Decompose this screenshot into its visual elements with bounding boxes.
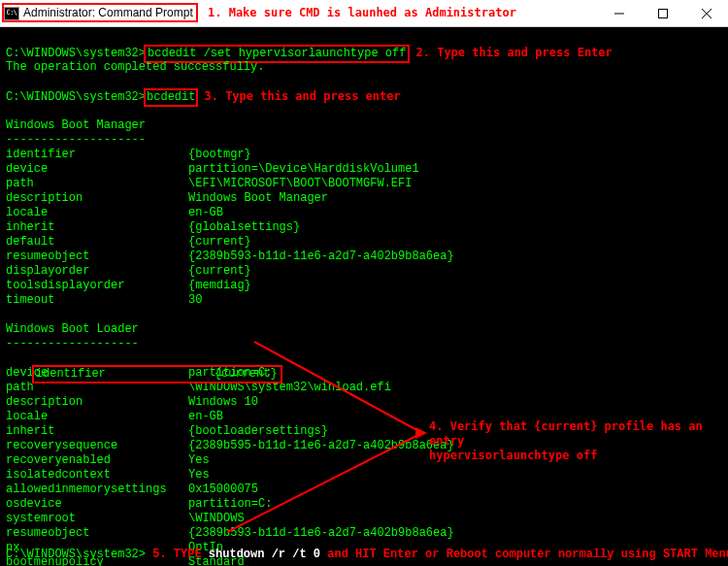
terminal-output[interactable]: C:\WINDOWS\system32>bcdedit /set hypervi… bbox=[0, 27, 728, 566]
section-underline: ------------------- bbox=[6, 337, 722, 351]
annotation-box-1 bbox=[2, 3, 198, 22]
kv-key: description bbox=[6, 191, 188, 206]
prompt-text: C:\WINDOWS\system32> bbox=[6, 90, 146, 104]
kv-value: {current} bbox=[215, 367, 278, 382]
annotation-text-4: 4. Verify that {current} profile has an … bbox=[429, 419, 728, 463]
command-line-1: C:\WINDOWS\system32>bcdedit /set hypervi… bbox=[6, 46, 722, 60]
kv-row: path\EFI\MICROSOFT\BOOT\BOOTMGFW.EFI bbox=[6, 177, 722, 191]
kv-key: locale bbox=[6, 410, 188, 424]
kv-key: systemroot bbox=[6, 512, 188, 526]
annotation-5-cmd: shutdown /r /t 0 bbox=[209, 548, 320, 561]
kv-value: {current} bbox=[188, 264, 251, 279]
kv-key: osdevice bbox=[6, 497, 188, 512]
kv-value: {2389b595-b11d-11e6-a2d7-a402b9b8a6ea} bbox=[188, 439, 454, 453]
cmd1-text: bcdedit /set hypervisorlaunchtype off bbox=[148, 47, 406, 60]
kv-value: partition=C: bbox=[188, 497, 272, 512]
kv-value: {bootmgr} bbox=[188, 148, 251, 162]
kv-row: resumeobject{2389b593-b11d-11e6-a2d7-a40… bbox=[6, 250, 722, 264]
kv-row: identifier{bootmgr} bbox=[6, 148, 722, 162]
kv-value: {memdiag} bbox=[188, 279, 251, 293]
blank-line bbox=[6, 31, 722, 46]
kv-value: \WINDOWS bbox=[188, 512, 245, 526]
kv-row: toolsdisplayorder{memdiag} bbox=[6, 279, 722, 293]
kv-row: isolatedcontextYes bbox=[6, 468, 722, 483]
kv-value: partition=\Device\HarddiskVolume1 bbox=[188, 162, 419, 177]
kv-row-boxed: identifier{current} bbox=[6, 351, 722, 366]
kv-value: {current} bbox=[188, 235, 251, 250]
blank-line bbox=[6, 75, 722, 89]
annotation-text-2: 2. Type this and press Enter bbox=[415, 46, 612, 59]
kv-row: osdevicepartition=C: bbox=[6, 497, 722, 512]
kv-key: recoverysequence bbox=[6, 439, 188, 453]
blank-line bbox=[6, 308, 722, 322]
annotation-4-line1: 4. Verify that {current} profile has an … bbox=[429, 419, 728, 449]
kv-row: allowedinmemorysettings0x15000075 bbox=[6, 483, 722, 497]
kv-key: inherit bbox=[6, 424, 188, 439]
kv-value: Windows Boot Manager bbox=[188, 191, 328, 206]
kv-key: isolatedcontext bbox=[6, 468, 188, 483]
kv-key: resumeobject bbox=[6, 526, 188, 541]
section-header-loader: Windows Boot Loader bbox=[6, 322, 722, 337]
kv-row: descriptionWindows Boot Manager bbox=[6, 191, 722, 206]
kv-value: 30 bbox=[188, 293, 202, 308]
kv-row: displayorder{current} bbox=[6, 264, 722, 279]
kv-key: toolsdisplayorder bbox=[6, 279, 188, 293]
kv-key: description bbox=[6, 395, 188, 410]
kv-row: inherit{globalsettings} bbox=[6, 220, 722, 235]
kv-row: descriptionWindows 10 bbox=[6, 395, 722, 410]
blank-line bbox=[6, 104, 722, 118]
window-titlebar: Administrator: Command Prompt 1. Make su… bbox=[0, 0, 728, 27]
annotation-text-3: 3. Type this and press enter bbox=[204, 89, 400, 103]
kv-value: en-GB bbox=[188, 206, 223, 220]
annotation-box-3: bcdedit bbox=[144, 88, 198, 107]
kv-key: default bbox=[6, 235, 188, 250]
close-button[interactable] bbox=[684, 0, 728, 26]
maximize-button[interactable] bbox=[641, 0, 684, 26]
section-header-bootmgr: Windows Boot Manager bbox=[6, 118, 722, 133]
annotation-5-pre: 5. TYPE bbox=[152, 548, 209, 561]
kv-key: identifier bbox=[36, 367, 215, 382]
section-underline: -------------------- bbox=[6, 133, 722, 148]
kv-key: path bbox=[6, 177, 188, 191]
kv-row: default{current} bbox=[6, 235, 722, 250]
window-controls bbox=[597, 0, 728, 26]
kv-value: {2389b593-b11d-11e6-a2d7-a402b9b8a6ea} bbox=[188, 526, 454, 541]
annotation-text-1: 1. Make sure CMD is launhed as Administr… bbox=[208, 6, 516, 20]
kv-value: Windows 10 bbox=[188, 395, 258, 410]
command-line-2: C:\WINDOWS\system32>bcdedit3. Type this … bbox=[6, 89, 722, 104]
annotation-5-post: and HIT Enter or Reboot computer normall… bbox=[320, 548, 728, 561]
kv-value: {2389b593-b11d-11e6-a2d7-a402b9b8a6ea} bbox=[188, 250, 454, 264]
kv-value: 0x15000075 bbox=[188, 483, 258, 497]
kv-key: resumeobject bbox=[6, 250, 188, 264]
kv-value: {globalsettings} bbox=[188, 220, 300, 235]
kv-key: locale bbox=[6, 206, 188, 220]
kv-key: device bbox=[6, 162, 188, 177]
cmd2-text: bcdedit bbox=[147, 90, 195, 104]
kv-key: timeout bbox=[6, 293, 188, 308]
kv-value: {bootloadersettings} bbox=[188, 424, 328, 439]
kv-value: \EFI\MICROSOFT\BOOT\BOOTMGFW.EFI bbox=[188, 177, 412, 191]
kv-key: inherit bbox=[6, 220, 188, 235]
kv-row: resumeobject{2389b593-b11d-11e6-a2d7-a40… bbox=[6, 526, 722, 541]
minimize-button[interactable] bbox=[597, 0, 641, 26]
prompt-text: C:\WINDOWS\system32> bbox=[6, 47, 146, 60]
kv-value: Yes bbox=[188, 453, 210, 468]
command-line-3: C:\WINDOWS\system32> 5. TYPE shutdown /r… bbox=[6, 548, 728, 562]
kv-key: recoveryenabled bbox=[6, 453, 188, 468]
prompt-text: C:\WINDOWS\system32> bbox=[6, 548, 146, 561]
kv-key: displayorder bbox=[6, 264, 188, 279]
annotation-box-4a: identifier{current} bbox=[32, 365, 282, 383]
kv-value: Yes bbox=[188, 468, 210, 483]
kv-row: systemroot\WINDOWS bbox=[6, 512, 722, 526]
kv-row: devicepartition=\Device\HarddiskVolume1 bbox=[6, 162, 722, 177]
kv-value: en-GB bbox=[188, 410, 223, 424]
svg-rect-1 bbox=[658, 9, 667, 17]
kv-key: identifier bbox=[6, 148, 188, 162]
kv-row: localeen-GB bbox=[6, 206, 722, 220]
annotation-4-line2: hypervisorlaunchtype off bbox=[429, 449, 728, 463]
kv-row: timeout30 bbox=[6, 293, 722, 308]
kv-key: allowedinmemorysettings bbox=[6, 483, 188, 497]
